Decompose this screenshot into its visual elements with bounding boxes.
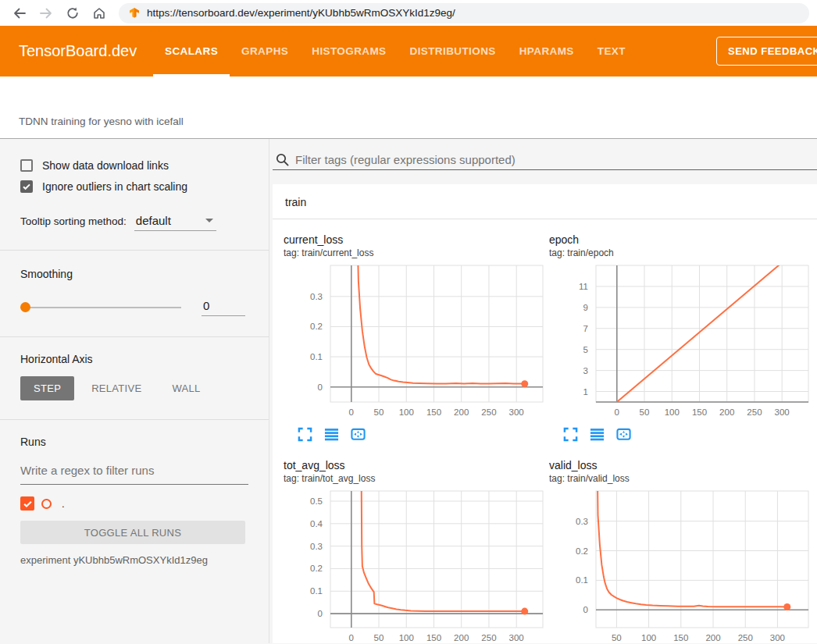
- tag-filter-input[interactable]: [295, 153, 817, 166]
- chart-tag: tag: train/current_loss: [284, 247, 546, 258]
- axis-button-step[interactable]: STEP: [20, 376, 74, 400]
- tab-text[interactable]: TEXT: [586, 26, 637, 76]
- search-icon: [276, 153, 289, 166]
- axis-button-relative[interactable]: RELATIVE: [78, 376, 155, 400]
- chart-plot-area[interactable]: 1357911050100150200250300: [549, 263, 812, 421]
- section-title[interactable]: train: [273, 184, 817, 219]
- chart-title: tot_avg_loss: [284, 459, 546, 471]
- url-text: https://tensorboard.dev/experiment/yKUbh…: [147, 7, 455, 19]
- svg-text:0: 0: [615, 407, 619, 417]
- svg-text:0.3: 0.3: [310, 542, 323, 551]
- svg-text:3: 3: [583, 366, 588, 375]
- slider-track[interactable]: [20, 307, 181, 308]
- svg-text:50: 50: [640, 407, 650, 417]
- address-bar[interactable]: https://tensorboard.dev/experiment/yKUbh…: [119, 3, 809, 23]
- checkbox-icon[interactable]: [20, 180, 33, 193]
- svg-text:100: 100: [399, 633, 414, 642]
- svg-text:0: 0: [349, 633, 354, 642]
- svg-text:300: 300: [775, 407, 790, 417]
- svg-text:0.1: 0.1: [310, 586, 323, 596]
- settings-sidebar: Show data download links Ignore outliers…: [0, 139, 269, 643]
- svg-text:0: 0: [349, 407, 354, 417]
- chart-plot-area[interactable]: 00.10.20.350100150200250300: [549, 489, 812, 643]
- svg-text:50: 50: [374, 633, 384, 642]
- svg-text:50: 50: [374, 407, 384, 417]
- axis-button-wall[interactable]: WALL: [159, 376, 213, 400]
- svg-text:300: 300: [509, 407, 524, 417]
- chart-tag: tag: train/valid_loss: [549, 473, 812, 484]
- chart-tag: tag: train/tot_avg_loss: [284, 473, 546, 484]
- tab-distributions[interactable]: DISTRIBUTIONS: [398, 26, 508, 76]
- back-icon[interactable]: [8, 3, 31, 23]
- svg-text:150: 150: [426, 633, 441, 642]
- runs-label: Runs: [20, 436, 245, 448]
- forward-icon[interactable]: [34, 3, 58, 23]
- chart-tot_avg_loss: tot_avg_losstag: train/tot_avg_loss00.10…: [284, 459, 546, 643]
- tag-filter-row: [273, 139, 817, 170]
- svg-text:0.3: 0.3: [576, 517, 588, 526]
- tab-histograms[interactable]: HISTOGRAMS: [300, 26, 398, 76]
- run-color-circle-icon[interactable]: [41, 499, 52, 509]
- divider: [0, 250, 269, 251]
- run-row[interactable]: .: [20, 496, 245, 511]
- svg-text:150: 150: [692, 407, 707, 417]
- run-checkbox-icon[interactable]: [20, 496, 34, 511]
- chart-plot-area[interactable]: 00.10.20.30.40.5050100150200250300: [284, 489, 546, 643]
- svg-text:0.1: 0.1: [310, 352, 323, 361]
- fullscreen-icon[interactable]: [298, 427, 312, 442]
- svg-text:250: 250: [481, 407, 496, 417]
- checkbox-icon[interactable]: [20, 159, 33, 172]
- experiment-title: TDNN training for yesno with icefall: [0, 116, 184, 138]
- tooltip-sorting-label: Tooltip sorting method:: [20, 215, 127, 227]
- toggle-all-runs-button[interactable]: TOGGLE ALL RUNS: [20, 521, 245, 544]
- home-icon[interactable]: [87, 3, 111, 23]
- svg-text:50: 50: [612, 633, 622, 642]
- svg-text:300: 300: [509, 633, 524, 642]
- smoothing-value[interactable]: 0: [202, 299, 245, 316]
- svg-text:0.2: 0.2: [310, 322, 323, 331]
- fit-domain-icon[interactable]: [351, 427, 366, 442]
- runs-selector-icon[interactable]: [324, 427, 339, 442]
- smoothing-label: Smoothing: [20, 268, 245, 280]
- show-download-links-checkbox-row[interactable]: Show data download links: [20, 159, 245, 172]
- svg-text:7: 7: [583, 324, 588, 333]
- runs-regex-input[interactable]: [20, 461, 248, 485]
- tab-graphs[interactable]: GRAPHS: [230, 26, 300, 76]
- browser-toolbar: https://tensorboard.dev/experiment/yKUbh…: [0, 0, 817, 26]
- runs-selector-icon[interactable]: [590, 427, 605, 442]
- svg-text:300: 300: [770, 633, 785, 642]
- svg-text:0.4: 0.4: [310, 519, 323, 528]
- chart-tag: tag: train/epoch: [549, 247, 812, 258]
- svg-text:200: 200: [705, 633, 720, 642]
- slider-thumb[interactable]: [20, 302, 30, 312]
- run-name: .: [62, 498, 65, 510]
- ignore-outliers-checkbox-row[interactable]: Ignore outliers in chart scaling: [20, 180, 245, 193]
- tab-hparams[interactable]: HPARAMS: [508, 26, 586, 76]
- svg-text:9: 9: [583, 303, 588, 312]
- experiment-bar: TDNN training for yesno with icefall: [0, 76, 817, 139]
- tab-scalars[interactable]: SCALARS: [153, 26, 230, 76]
- svg-text:150: 150: [426, 407, 441, 417]
- svg-text:0: 0: [583, 605, 588, 614]
- svg-text:11: 11: [579, 282, 588, 291]
- checkbox-label: Ignore outliers in chart scaling: [42, 180, 187, 193]
- fit-domain-icon[interactable]: [616, 427, 631, 442]
- svg-text:0.2: 0.2: [310, 564, 323, 573]
- chart-title: valid_loss: [549, 459, 812, 471]
- svg-text:200: 200: [454, 407, 469, 417]
- tooltip-sorting-value: default: [136, 214, 171, 227]
- tooltip-sorting-select[interactable]: default: [134, 214, 216, 231]
- chart-title: epoch: [549, 233, 812, 246]
- brand-logo[interactable]: TensorBoard.dev: [0, 26, 153, 76]
- train-section-card: train current_losstag: train/current_los…: [273, 184, 817, 643]
- fullscreen-icon[interactable]: [563, 427, 578, 442]
- svg-text:0: 0: [318, 382, 323, 392]
- experiment-id-text: experiment yKUbhb5wRmOSXYkId1z9eg: [20, 554, 245, 566]
- smoothing-slider[interactable]: [20, 302, 181, 313]
- chart-toolbar: [549, 427, 812, 442]
- chart-title: current_loss: [284, 233, 546, 246]
- send-feedback-button[interactable]: SEND FEEDBACK: [716, 37, 817, 66]
- chart-valid_loss: valid_losstag: train/valid_loss00.10.20.…: [549, 459, 812, 643]
- reload-icon[interactable]: [61, 3, 84, 23]
- chart-plot-area[interactable]: 00.10.20.3050100150200250300: [284, 263, 546, 421]
